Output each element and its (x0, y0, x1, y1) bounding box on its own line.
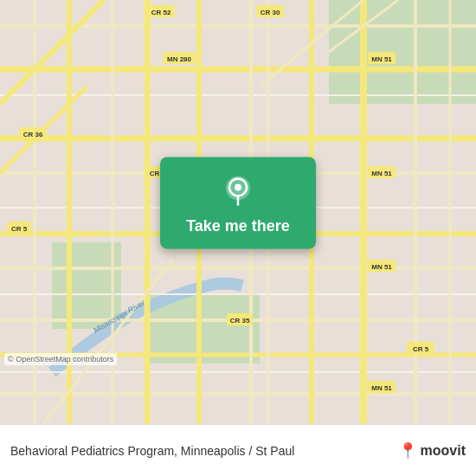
svg-rect-1 (329, 0, 476, 104)
svg-text:MN 51: MN 51 (371, 170, 392, 177)
svg-text:CR 52: CR 52 (151, 9, 171, 16)
map-container: CR 52 CR 30 MN 280 MN 51 CR 36 CR 36 MN … (0, 0, 476, 424)
svg-text:CR 36: CR 36 (23, 131, 43, 138)
svg-text:MN 51: MN 51 (371, 55, 392, 63)
svg-text:MN 280: MN 280 (167, 55, 192, 63)
svg-text:CR 30: CR 30 (261, 9, 280, 16)
place-name: Behavioral Pediatrics Program, Minneapol… (10, 444, 398, 458)
location-pin-icon (221, 174, 255, 209)
svg-text:CR 5: CR 5 (413, 345, 429, 353)
take-me-there-button[interactable]: Take me there (186, 217, 290, 235)
svg-text:CR 35: CR 35 (230, 317, 250, 325)
svg-text:MN 51: MN 51 (371, 263, 392, 271)
popup-overlay: Take me there (160, 157, 316, 248)
moovit-logo: 📍 moovit (398, 441, 466, 460)
moovit-pin-icon: 📍 (398, 441, 417, 460)
svg-text:CR 5: CR 5 (11, 225, 28, 233)
svg-text:MN 51: MN 51 (371, 384, 392, 392)
map-attribution: © OpenStreetMap contributors (4, 353, 117, 365)
svg-point-62 (235, 183, 241, 190)
bottom-bar: Behavioral Pediatrics Program, Minneapol… (0, 424, 476, 476)
moovit-text: moovit (421, 443, 466, 459)
